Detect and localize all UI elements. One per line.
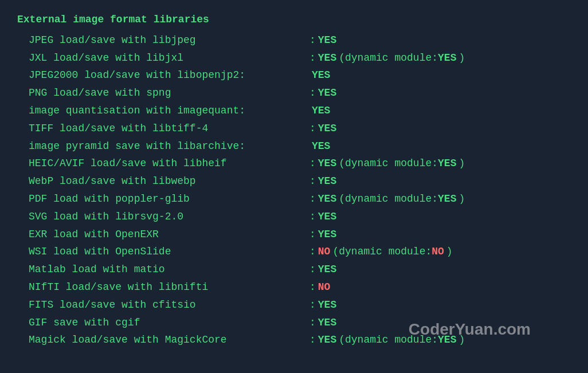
entry-label: JPEG2000 load/save with libopenjp2: [29, 67, 309, 84]
entry-value: YES [318, 209, 336, 225]
table-row: GIF save with cgif : YES [17, 314, 571, 332]
table-row: FITS load/save with cfitsio : YES [17, 296, 571, 314]
entry-value: YES [318, 261, 336, 278]
entry-label: SVG load with librsvg-2.0 [29, 209, 309, 225]
entry-label: Magick load/save with MagickCore [29, 332, 309, 348]
table-row: JXL load/save with libjxl : YES (dynamic… [17, 49, 571, 67]
table-row: NIfTI load/save with libnifti : NO [17, 278, 571, 296]
dynamic-module-close: ) [458, 50, 465, 66]
colon-separator: : [309, 226, 316, 243]
colon-separator: : [309, 50, 316, 66]
entry-label: PDF load with poppler-glib [29, 191, 309, 207]
dynamic-module-value: YES [438, 50, 456, 66]
entry-value: YES [318, 120, 336, 137]
colon-separator: : [309, 332, 316, 348]
table-row: HEIC/AVIF load/save with libheif : YES (… [17, 155, 571, 172]
entry-label: JPEG load/save with libjpeg [29, 32, 309, 49]
colon-separator: : [309, 120, 316, 137]
entry-value: NO [318, 244, 331, 260]
entry-label: EXR load with OpenEXR [29, 226, 309, 243]
colon-separator: : [309, 244, 316, 260]
dynamic-module-close: ) [458, 332, 465, 348]
colon-separator: : [309, 261, 316, 278]
table-row: JPEG load/save with libjpeg : YES [17, 32, 571, 49]
entry-value: YES [312, 138, 330, 155]
entries-list: JPEG load/save with libjpeg : YESJXL loa… [17, 32, 571, 349]
colon-separator: : [309, 32, 316, 49]
colon-separator: : [309, 173, 316, 190]
entry-value: YES [312, 67, 330, 84]
entry-value: YES [318, 50, 336, 66]
table-row: image pyramid save with libarchive: YES [17, 138, 571, 155]
dynamic-module-close: ) [446, 244, 453, 260]
section-title: External image format libraries [17, 11, 571, 28]
dynamic-module-close: ) [458, 155, 465, 172]
dynamic-module-value: YES [438, 155, 456, 172]
table-row: Matlab load with matio : YES [17, 261, 571, 278]
entry-label: FITS load/save with cfitsio [29, 297, 309, 313]
table-row: EXR load with OpenEXR : YES [17, 226, 571, 244]
entry-value: YES [318, 315, 336, 331]
entry-value: YES [318, 226, 336, 243]
colon-separator: : [309, 209, 316, 225]
dynamic-module-info: (dynamic module: [339, 155, 438, 172]
entry-label: WSI load with OpenSlide [29, 244, 309, 260]
dynamic-module-value: YES [438, 191, 456, 207]
entry-value: YES [318, 85, 336, 101]
entry-label: JXL load/save with libjxl [29, 50, 309, 66]
colon-separator: : [309, 191, 316, 207]
table-row: SVG load with librsvg-2.0 : YES [17, 208, 571, 226]
table-row: JPEG2000 load/save with libopenjp2: YES [17, 66, 571, 84]
entry-label: WebP load/save with libwebp [29, 173, 309, 190]
table-row: PNG load/save with spng : YES [17, 84, 571, 102]
entry-label: TIFF load/save with libtiff-4 [29, 120, 309, 137]
colon-separator: : [309, 85, 316, 101]
dynamic-module-info: (dynamic module: [339, 332, 438, 348]
colon-separator: : [309, 279, 316, 296]
entry-label: HEIC/AVIF load/save with libheif [29, 155, 309, 172]
colon-separator: : [309, 297, 316, 313]
colon-separator: : [309, 315, 316, 331]
entry-label: NIfTI load/save with libnifti [29, 279, 309, 296]
entry-value: NO [318, 279, 331, 296]
dynamic-module-value: NO [432, 244, 444, 260]
entry-label: GIF save with cgif [29, 315, 309, 331]
entry-value: YES [312, 103, 330, 119]
entry-label: PNG load/save with spng [29, 85, 309, 101]
entry-value: YES [318, 191, 336, 207]
terminal-output: External image format libraries JPEG loa… [17, 11, 571, 349]
entry-label: image quantisation with imagequant: [29, 103, 309, 119]
table-row: Magick load/save with MagickCore : YES (… [17, 331, 571, 349]
table-row: PDF load with poppler-glib : YES (dynami… [17, 190, 571, 208]
dynamic-module-info: (dynamic module: [339, 191, 438, 207]
dynamic-module-info: (dynamic module: [339, 50, 438, 66]
table-row: WSI load with OpenSlide : NO (dynamic mo… [17, 243, 571, 261]
entry-value: YES [318, 297, 336, 313]
table-row: TIFF load/save with libtiff-4 : YES [17, 120, 571, 138]
entry-label: image pyramid save with libarchive: [29, 138, 309, 155]
entry-value: YES [318, 173, 336, 190]
entry-value: YES [318, 155, 336, 172]
dynamic-module-info: (dynamic module: [332, 244, 432, 260]
entry-label: Matlab load with matio [29, 261, 309, 278]
table-row: image quantisation with imagequant: YES [17, 102, 571, 120]
table-row: WebP load/save with libwebp : YES [17, 172, 571, 190]
colon-separator: : [309, 155, 316, 172]
entry-value: YES [318, 332, 336, 348]
entry-value: YES [318, 32, 336, 49]
dynamic-module-close: ) [458, 191, 465, 207]
dynamic-module-value: YES [438, 332, 456, 348]
